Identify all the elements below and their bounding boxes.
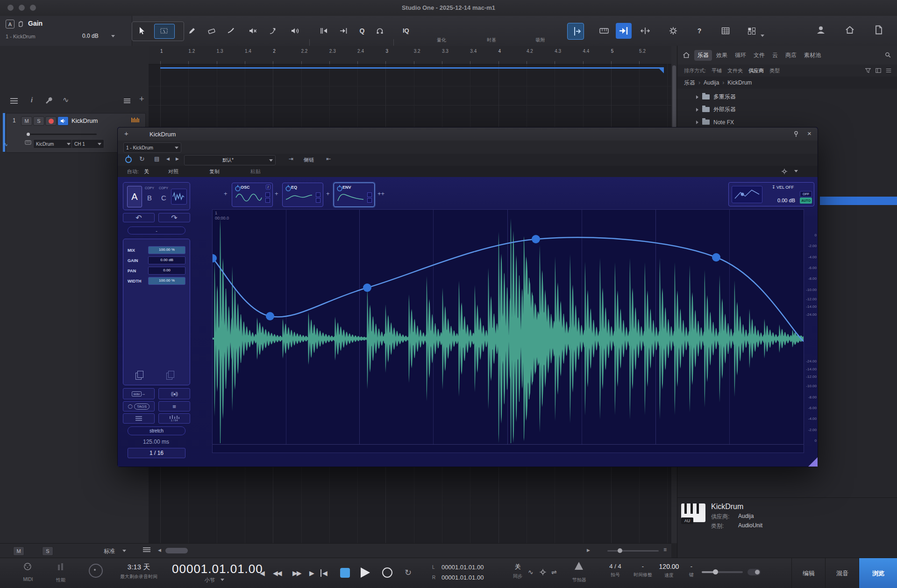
breadcrumb-item-2[interactable]: KickDrum [727,79,752,86]
view-mode-caret[interactable] [122,550,126,552]
envelope-node[interactable] [532,235,540,243]
reload-preset-icon[interactable]: ↻ [139,155,145,163]
gain-dropdown-caret[interactable] [111,35,115,37]
preset-list-icon[interactable]: ▤ [154,156,159,162]
param-row-mix[interactable]: MIX100.00 % [128,247,185,254]
zoom-tool[interactable]: Q [356,25,368,37]
bend-tool[interactable] [267,25,279,37]
global-solo-button[interactable]: S [42,546,53,556]
param-row-width[interactable]: WIDTH100.00 % [128,277,185,284]
add-module-end-button[interactable]: ++ [377,190,384,197]
add-plugin-icon[interactable]: + [124,129,128,137]
metronome-icon[interactable] [575,562,583,570]
activity-knob-icon[interactable] [89,564,103,578]
module-slot[interactable] [316,192,320,197]
follow-playhead-toggle[interactable] [616,23,632,39]
sort-option-0[interactable]: 平铺 [712,67,722,74]
tree-item-2[interactable]: Note FX [677,116,897,128]
module-slot[interactable] [265,192,270,197]
scroll-left-arrow[interactable]: ◀ [158,548,161,553]
track-name[interactable]: KickDrum [71,117,98,124]
play-from-cursor-icon[interactable] [318,25,330,37]
module-slot[interactable] [265,198,270,203]
tempo-block[interactable]: 120.00 速度 [656,563,682,579]
browse-view-button[interactable]: 浏览 [859,558,897,588]
param-slider[interactable]: 100.00 % [148,277,185,285]
play-button[interactable] [361,567,370,578]
breadcrumb-item-1[interactable]: Audija [704,79,719,86]
preroll-gear-icon[interactable] [539,568,547,576]
compare-button[interactable]: 对照 [168,168,178,175]
sort-option-1[interactable]: 文件夹 [727,67,743,74]
volume-handle[interactable] [27,133,30,136]
gain-value[interactable]: 0.0 dB [82,33,99,39]
split-tool[interactable] [225,25,237,37]
range-tool[interactable] [158,25,170,37]
expand-tracks-icon[interactable] [639,25,651,37]
param-slider[interactable]: 0.00 dB [148,256,185,264]
loop-button[interactable]: ↻ [405,567,412,578]
zoom-presets-icon[interactable]: ≡ [663,546,667,553]
module-power-icon[interactable] [285,186,291,191]
macro-tools-icon[interactable] [374,25,386,37]
global-mute-button[interactable]: M [13,546,24,556]
autoscroll-icon[interactable] [337,25,349,37]
fast-forward-button[interactable]: ▶▶ [292,569,301,577]
event-gain-widget[interactable]: A Gain 1 - KickDrum 0.0 dB [0,16,132,46]
paste-button[interactable]: 粘贴 [250,168,261,175]
vel-db-value[interactable]: 0.00 dB [777,198,795,203]
panel-toggle-icon[interactable] [875,67,882,74]
module-power-icon[interactable] [235,186,240,191]
param-slider[interactable]: 100.00 % [148,246,185,254]
auto-value[interactable]: 关 [144,168,149,175]
timestretch-value[interactable]: - [630,563,656,570]
browser-tab-4[interactable]: 云 [769,50,781,61]
envelope-node[interactable] [363,283,371,292]
stretch-button[interactable]: stretch [128,426,185,435]
gear-icon[interactable] [667,25,679,37]
timestretch-block[interactable]: - 时间修整 [630,563,656,578]
listen-tool[interactable] [289,25,301,37]
nudge-forward-button[interactable]: ▶ [309,569,313,577]
module-slot[interactable] [316,198,320,203]
nudge-back-button[interactable]: ◀ [260,569,264,577]
performance-indicator[interactable]: 性能 [47,577,75,583]
search-icon[interactable] [884,51,892,59]
grid-view-icon[interactable] [719,25,732,37]
envelope-node[interactable] [712,253,720,262]
track-volume-slider[interactable] [27,134,97,135]
display-canvas[interactable] [213,210,804,453]
song-end-marker[interactable] [659,69,664,73]
sample-list-button[interactable]: ≡ [158,401,190,411]
track-record-arm-button[interactable] [45,116,57,126]
return-to-start-button[interactable]: ◀ [320,569,327,577]
mix-view-button[interactable]: 混音 [825,558,859,588]
sort-option-2[interactable]: 供应商 [748,67,764,74]
auto-label[interactable]: 自动: [127,168,139,175]
waveform-display[interactable]: 1 00:00.0 [212,209,804,453]
copy-button[interactable]: 复制 [209,168,220,175]
track-tools-icon[interactable] [45,96,54,106]
key-block[interactable]: - 键 [683,563,700,578]
browser-tab-5[interactable]: 商店 [782,50,800,61]
loop-end-time[interactable]: 00001.01.01.00 [441,574,484,581]
browser-tab-1[interactable]: 效果 [713,50,731,61]
pin-icon[interactable] [792,130,800,138]
key-value[interactable]: - [683,563,700,570]
track-instrument-selector[interactable]: KicDrum [33,139,73,149]
plugin-titlebar[interactable]: + KickDrum × [118,128,818,141]
browser-selected-item-partial[interactable] [820,197,897,205]
zoom-slider-track[interactable] [607,550,659,552]
snap-toggle[interactable] [567,23,584,40]
timeline-ruler[interactable]: 11.21.31.422.22.32.433.23.33.444.24.34.4… [149,46,671,64]
rewind-button[interactable]: ◀◀ [273,569,281,577]
options-menu-icon[interactable] [143,547,150,548]
add-module-button[interactable]: + [326,190,330,197]
close-icon[interactable]: × [807,129,812,137]
param-row-gain[interactable]: GAIN0.00 dB [128,257,185,264]
track-monitor-button[interactable] [57,116,69,126]
envelope-node[interactable] [266,312,274,320]
next-preset-icon[interactable]: ▶ [176,156,179,161]
automation-icon[interactable]: ∿ [63,95,69,104]
record-button[interactable] [382,567,392,578]
